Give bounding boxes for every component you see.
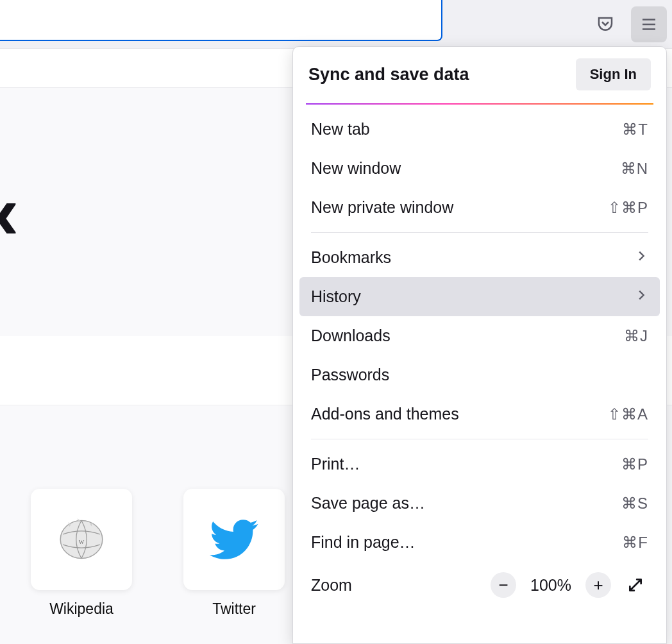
- menu-item-shortcut: ⌘S: [621, 495, 648, 513]
- zoom-label: Zoom: [311, 576, 352, 595]
- menu-item-save-page-as[interactable]: Save page as… ⌘S: [299, 484, 660, 523]
- twitter-icon: [208, 513, 260, 566]
- menu-item-label: History: [311, 287, 361, 306]
- menu-item-shortcut: ⌘P: [621, 455, 648, 473]
- sign-in-button[interactable]: Sign In: [576, 58, 651, 90]
- menu-item-print[interactable]: Print… ⌘P: [299, 445, 660, 484]
- menu-item-new-window[interactable]: New window ⌘N: [299, 149, 660, 188]
- menu-item-label: New tab: [311, 120, 370, 139]
- sync-title: Sync and save data: [308, 65, 469, 85]
- menu-item-shortcut: ⇧⌘P: [608, 199, 648, 217]
- menu-item-label: Add-ons and themes: [311, 405, 459, 423]
- top-site-tile: [183, 489, 285, 590]
- top-site-tile: W: [31, 489, 132, 590]
- menu-item-shortcut: ⌘T: [622, 121, 648, 139]
- menu-item-history[interactable]: History: [299, 277, 660, 316]
- menu-separator: [311, 439, 648, 439]
- menu-item-shortcut: ⌘F: [622, 534, 648, 552]
- top-site-label: Twitter: [212, 600, 256, 618]
- menu-item-find-in-page[interactable]: Find in page… ⌘F: [299, 523, 660, 562]
- sync-row: Sync and save data Sign In: [293, 47, 666, 103]
- menu-item-label: Save page as…: [311, 494, 425, 513]
- fullscreen-icon: [627, 577, 644, 593]
- menu-list: New tab ⌘T New window ⌘N New private win…: [293, 105, 666, 613]
- toolbar-right: [587, 0, 672, 49]
- menu-item-shortcut: ⌘N: [621, 160, 648, 178]
- menu-item-downloads[interactable]: Downloads ⌘J: [299, 316, 660, 355]
- chevron-right-icon: [634, 287, 648, 306]
- menu-item-passwords[interactable]: Passwords: [299, 355, 660, 394]
- menu-item-label: New window: [311, 159, 401, 178]
- zoom-controls: − 100% +: [491, 572, 648, 598]
- menu-item-label: New private window: [311, 198, 453, 217]
- menu-item-new-tab[interactable]: New tab ⌘T: [299, 110, 660, 149]
- app-menu-button[interactable]: [631, 6, 667, 42]
- top-site-wikipedia[interactable]: W Wikipedia: [31, 489, 132, 618]
- menu-item-label: Find in page…: [311, 533, 416, 552]
- pocket-button[interactable]: [587, 6, 623, 42]
- chevron-right-icon: [634, 248, 648, 267]
- top-sites: W Wikipedia Twitter: [31, 489, 285, 618]
- menu-item-label: Bookmarks: [311, 248, 391, 267]
- menu-item-shortcut: ⌘J: [624, 327, 648, 345]
- menu-item-bookmarks[interactable]: Bookmarks: [299, 238, 660, 277]
- top-site-twitter[interactable]: Twitter: [183, 489, 285, 618]
- menu-item-new-private-window[interactable]: New private window ⇧⌘P: [299, 188, 660, 227]
- zoom-in-button[interactable]: +: [585, 572, 611, 598]
- app-menu-panel: Sync and save data Sign In New tab ⌘T Ne…: [292, 46, 667, 644]
- menu-item-shortcut: ⇧⌘A: [608, 405, 648, 423]
- zoom-out-button[interactable]: −: [491, 572, 516, 598]
- menu-separator: [311, 232, 648, 233]
- browser-toolbar: [0, 0, 672, 49]
- zoom-value: 100%: [528, 576, 574, 595]
- wikipedia-icon: W: [55, 513, 108, 566]
- top-site-label: Wikipedia: [49, 600, 113, 618]
- menu-item-label: Passwords: [311, 366, 389, 384]
- menu-zoom-row: Zoom − 100% +: [299, 562, 660, 608]
- fullscreen-button[interactable]: [623, 572, 648, 598]
- menu-item-addons[interactable]: Add-ons and themes ⇧⌘A: [299, 394, 660, 434]
- url-bar[interactable]: [0, 0, 442, 41]
- menu-item-label: Print…: [311, 455, 360, 473]
- menu-item-label: Downloads: [311, 326, 391, 345]
- svg-text:W: W: [79, 539, 85, 545]
- hamburger-icon: [639, 15, 659, 34]
- pocket-icon: [596, 15, 615, 34]
- logo-fragment: ‹: [0, 173, 19, 250]
